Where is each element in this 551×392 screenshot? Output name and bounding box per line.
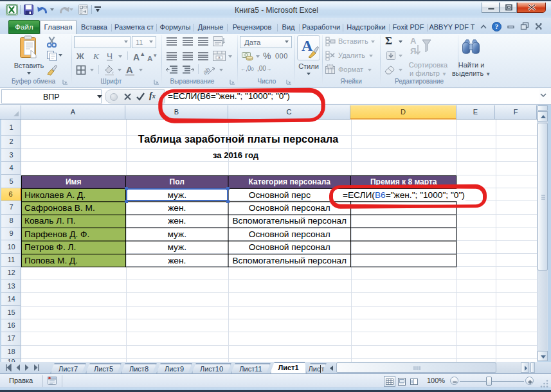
svg-text:А: А <box>410 36 417 46</box>
svg-text:?: ? <box>495 22 499 30</box>
svg-text:ab: ab <box>203 66 212 76</box>
svg-text:Я: Я <box>410 46 416 56</box>
